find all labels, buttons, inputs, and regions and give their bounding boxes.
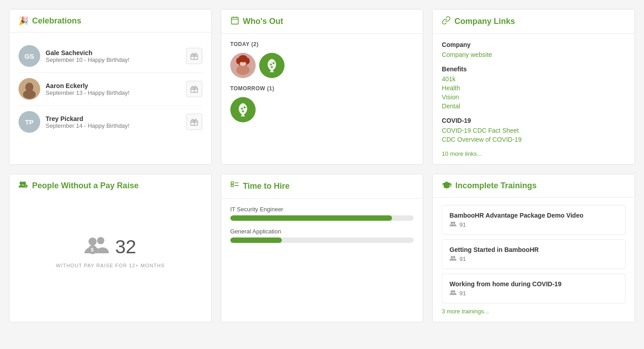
svg-point-22: [245, 58, 250, 64]
celebration-item-tp: TP Trey Pickard September 14 - Happy Bir…: [19, 106, 202, 138]
time-to-hire-title: Time to Hire: [243, 181, 290, 191]
covid-section: COVID-19 COVID-19 CDC Fact Sheet CDC Ove…: [442, 117, 625, 144]
graduation-icon: [442, 181, 452, 191]
svg-point-30: [23, 181, 26, 185]
people-icon-0: [449, 221, 457, 228]
link-dental[interactable]: Dental: [442, 102, 625, 111]
pay-raise-body: $ 32 WITHOUT PAY RAISE FOR 12+ MONTHS: [9, 197, 211, 306]
svg-point-45: [451, 256, 453, 258]
company-links-widget: Company Links Company Company website Be…: [432, 9, 635, 165]
svg-point-33: [89, 237, 97, 246]
trainings-header: Incomplete Trainings: [433, 174, 635, 197]
whos-out-widget: Who's Out TODAY (2): [221, 9, 424, 165]
svg-point-47: [451, 290, 453, 293]
training-count-row-0: 91: [449, 221, 618, 228]
avatar-gs: GS: [19, 45, 40, 67]
celebration-date-gs: September 10 - Happy Birthday!: [46, 56, 181, 63]
gift-button-ae[interactable]: [186, 81, 202, 97]
link-covid-cdc[interactable]: COVID-19 CDC Fact Sheet: [442, 126, 625, 135]
training-count-0: 91: [459, 221, 466, 228]
training-item-1[interactable]: Getting Started in BambooHR 91: [442, 239, 625, 269]
celebration-name-gs: Gale Sachevich: [46, 49, 181, 56]
trainings-body: BambooHR Advantage Package Demo Video 91: [433, 197, 635, 322]
trainings-title: Incomplete Trainings: [455, 181, 537, 191]
link-401k[interactable]: 401k: [442, 74, 625, 84]
people-icon-2: [449, 289, 457, 297]
people-money-icon: $: [19, 181, 28, 191]
hire-bar-fill-0: [230, 215, 392, 221]
tomorrow-avatars: [230, 97, 414, 122]
time-to-hire-body: IT Security Engineer General Application: [221, 198, 423, 257]
company-links-body[interactable]: Company Company website Benefits 401k He…: [433, 33, 635, 164]
hire-bar-fill-1: [230, 237, 282, 243]
link-covid-overview[interactable]: CDC Overview of COVID-19: [442, 135, 625, 144]
link-vision[interactable]: Vision: [442, 93, 625, 102]
celebration-item-ae: Aaron Eckerly September 13 - Happy Birth…: [19, 73, 202, 106]
pay-raise-widget: $ People Without a Pay Raise $: [9, 174, 212, 322]
hire-item-1: General Application: [230, 228, 414, 243]
link-icon: [442, 16, 451, 27]
svg-rect-37: [231, 182, 233, 184]
svg-text:$: $: [91, 247, 93, 252]
today-avatars: [230, 53, 414, 78]
svg-point-25: [271, 66, 272, 68]
training-title-2: Working from home during COVID-19: [449, 280, 618, 288]
pay-raise-subtitle: WITHOUT PAY RAISE FOR 12+ MONTHS: [56, 263, 165, 268]
celebration-name-tp: Trey Pickard: [46, 115, 181, 122]
svg-point-26: [241, 108, 243, 110]
clock-list-icon: [230, 181, 239, 192]
svg-point-23: [270, 64, 271, 65]
training-title-1: Getting Started in BambooHR: [449, 246, 618, 253]
calendar-icon: [230, 16, 239, 27]
covid-category-label: COVID-19: [442, 117, 625, 124]
celebrations-widget: 🎉 Celebrations GS Gale Sachevich Septemb…: [9, 9, 212, 165]
more-trainings[interactable]: 3 more trainings...: [442, 308, 625, 315]
whos-out-today-section: TODAY (2): [230, 41, 414, 78]
people-icon-1: [449, 255, 457, 262]
benefits-section: Benefits 401k Health Vision Dental: [442, 65, 625, 111]
gift-button-gs[interactable]: [186, 48, 202, 64]
tomorrow-person-1-avatar: [230, 97, 256, 122]
company-website-link[interactable]: Company website: [442, 50, 625, 59]
whos-out-header: Who's Out: [221, 9, 423, 33]
pay-raise-number: 32: [115, 236, 136, 258]
celebration-date-ae: September 13 - Happy Birthday!: [46, 89, 181, 96]
celebration-name-ae: Aaron Eckerly: [46, 82, 181, 89]
hire-job-0-title: IT Security Engineer: [230, 206, 414, 213]
company-category-label: Company: [442, 41, 625, 48]
celebration-item-gs: GS Gale Sachevich September 10 - Happy B…: [19, 40, 202, 73]
pay-raise-header: $ People Without a Pay Raise: [9, 174, 211, 197]
svg-point-24: [272, 62, 274, 64]
celebration-info-tp: Trey Pickard September 14 - Happy Birthd…: [46, 115, 181, 129]
company-links-title: Company Links: [454, 17, 515, 26]
celebrations-title: Celebrations: [32, 16, 81, 26]
whos-out-tomorrow-section: TOMORROW (1): [230, 85, 414, 122]
celebrations-header: 🎉 Celebrations: [9, 9, 211, 32]
training-item-2[interactable]: Working from home during COVID-19 91: [442, 274, 625, 303]
whos-out-body: TODAY (2): [221, 33, 423, 137]
today-label: TODAY (2): [230, 41, 414, 47]
people-icon-large: $: [84, 235, 110, 259]
svg-point-48: [453, 290, 455, 293]
pay-raise-title: People Without a Pay Raise: [32, 181, 139, 191]
pay-raise-count-row: $ 32: [84, 235, 136, 259]
celebrations-icon: 🎉: [19, 16, 28, 26]
whos-out-title: Who's Out: [243, 17, 283, 26]
svg-point-34: [97, 237, 104, 244]
celebration-info-gs: Gale Sachevich September 10 - Happy Birt…: [46, 49, 181, 63]
gift-button-tp[interactable]: [186, 114, 202, 130]
time-to-hire-header: Time to Hire: [221, 174, 423, 198]
svg-point-43: [451, 222, 453, 224]
hire-job-1-title: General Application: [230, 228, 414, 235]
training-count-2: 91: [459, 290, 466, 297]
link-health[interactable]: Health: [442, 84, 625, 93]
training-item-0[interactable]: BambooHR Advantage Package Demo Video 91: [442, 205, 625, 235]
more-links[interactable]: 10 more links...: [442, 150, 625, 157]
celebration-info-ae: Aaron Eckerly September 13 - Happy Birth…: [46, 82, 181, 96]
svg-point-46: [453, 256, 455, 258]
hire-bar-bg-1: [230, 237, 414, 243]
svg-rect-12: [231, 17, 238, 24]
benefits-category-label: Benefits: [442, 65, 625, 73]
company-section: Company Company website: [442, 41, 625, 59]
svg-point-5: [23, 90, 36, 99]
